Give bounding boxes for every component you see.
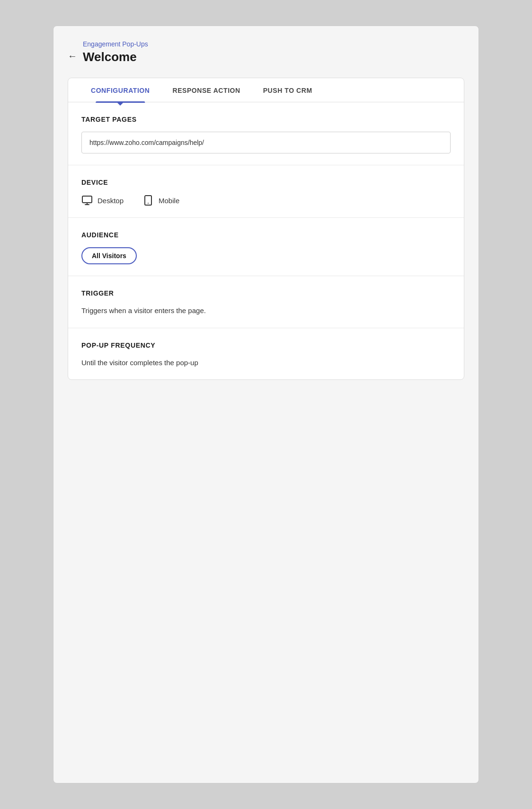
popup-frequency-description: Until the visitor completes the pop-up [81, 358, 451, 369]
tab-push-to-crm[interactable]: PUSH TO CRM [252, 78, 324, 102]
trigger-description: Triggers when a visitor enters the page. [81, 306, 451, 316]
audience-section: AUDIENCE All Visitors [68, 218, 464, 276]
tab-configuration[interactable]: CONFIGURATION [80, 78, 161, 102]
header: ← Engagement Pop-Ups Welcome [68, 40, 464, 64]
trigger-title: TRIGGER [81, 289, 451, 297]
tab-response-action[interactable]: RESPONSE ACTION [161, 78, 251, 102]
page-title: Welcome [83, 50, 148, 64]
page-container: ← Engagement Pop-Ups Welcome CONFIGURATI… [53, 26, 479, 783]
mobile-icon [142, 195, 154, 206]
device-options: Desktop Mobile [81, 195, 451, 206]
device-desktop-option[interactable]: Desktop [81, 195, 124, 206]
device-section: DEVICE Desktop Mobile [68, 165, 464, 218]
mobile-label: Mobile [159, 197, 179, 205]
popup-frequency-section: POP-UP FREQUENCY Until the visitor compl… [68, 328, 464, 380]
device-mobile-option[interactable]: Mobile [142, 195, 179, 206]
audience-title: AUDIENCE [81, 231, 451, 239]
audience-badge[interactable]: All Visitors [81, 247, 137, 264]
target-pages-section: TARGET PAGES [68, 102, 464, 165]
header-text: Engagement Pop-Ups Welcome [83, 40, 148, 64]
popup-frequency-title: POP-UP FREQUENCY [81, 342, 451, 349]
device-title: DEVICE [81, 179, 451, 186]
target-pages-input[interactable] [81, 132, 451, 153]
desktop-icon [81, 195, 93, 206]
target-pages-title: TARGET PAGES [81, 116, 451, 123]
breadcrumb[interactable]: Engagement Pop-Ups [83, 40, 148, 48]
back-button[interactable]: ← [68, 51, 77, 62]
tabs-container: CONFIGURATION RESPONSE ACTION PUSH TO CR… [68, 78, 464, 102]
content-card: CONFIGURATION RESPONSE ACTION PUSH TO CR… [68, 78, 464, 380]
desktop-label: Desktop [98, 197, 124, 205]
trigger-section: TRIGGER Triggers when a visitor enters t… [68, 276, 464, 328]
svg-rect-0 [82, 196, 92, 203]
tab-active-indicator [116, 102, 124, 106]
